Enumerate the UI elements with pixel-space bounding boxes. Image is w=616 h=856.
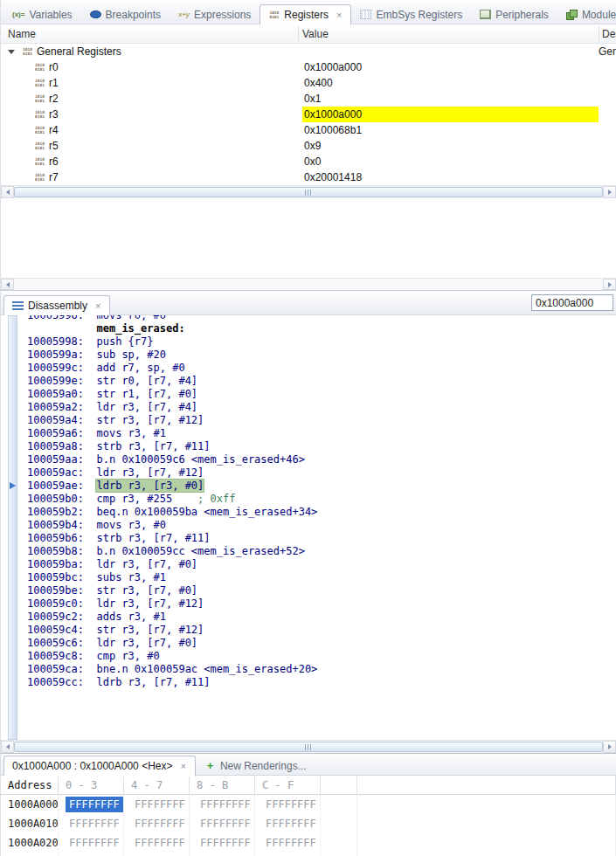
disasm-line[interactable]: 1000599e: str r0, [r7, #4] [27, 375, 616, 388]
expander-icon[interactable] [8, 50, 15, 54]
tab-new-renderings[interactable]: +New Renderings... [196, 755, 315, 776]
disasm-line[interactable]: 100059a8: strb r3, [r7, #11] [27, 440, 616, 453]
disasm-line[interactable]: 100059ae: ldrb r3, [r3, #0] [27, 480, 616, 493]
register-value-cell[interactable]: 0x20001418 [302, 169, 599, 185]
column-header-value[interactable]: Value [302, 28, 329, 40]
disasm-line[interactable]: 100059a0: str r1, [r7, #0] [27, 388, 616, 401]
memory-value-cell[interactable]: FFFFFFFF [124, 853, 190, 856]
memory-value-cell[interactable]: FFFFFFFF [124, 814, 190, 833]
disassembly-editor[interactable]: 10005996: movs r0, #0 mem_is_erased:1000… [1, 315, 616, 740]
tab-embsys-registers[interactable]: EmbSys Registers [351, 3, 471, 24]
tab-breakpoints[interactable]: Breakpoints [81, 3, 170, 24]
tab-0x1000a000-0x1000a000-hex[interactable]: 0x1000A000 : 0x1000A000 <Hex>× [3, 756, 196, 777]
disassembly-annotation-ruler[interactable] [8, 315, 17, 740]
memory-column-header[interactable]: 4 - 7 [124, 776, 190, 795]
memory-column-header[interactable]: Address [1, 776, 59, 795]
close-icon[interactable]: × [94, 300, 101, 311]
memory-value-cell[interactable]: FFFFFFFF [124, 795, 190, 814]
disasm-line[interactable]: 1000599c: add r7, sp, #0 [27, 362, 616, 375]
register-value-cell[interactable]: 0x9 [302, 138, 599, 154]
close-icon[interactable]: × [336, 10, 343, 20]
disasm-line[interactable]: 10005998: push {r7} [27, 335, 616, 349]
disasm-line[interactable]: 100059cc: ldrb r3, [r7, #11] [27, 676, 616, 689]
disasm-line[interactable]: 100059a6: movs r3, #1 [27, 427, 616, 440]
register-row[interactable]: r30x1000a000 [1, 107, 616, 122]
register-row[interactable]: r00x1000a000 [1, 59, 616, 75]
disassembly-address-input[interactable] [531, 294, 613, 311]
memory-column-header[interactable]: 0 - 3 [59, 776, 124, 795]
disasm-line[interactable]: 100059b0: cmp r3, #255 ; 0xff [27, 493, 616, 506]
register-group-row[interactable]: General RegistersGene [1, 44, 616, 59]
disasm-line[interactable]: 100059ca: bne.n 0x100059ac <mem_is_erase… [27, 663, 616, 676]
scroll-right-button[interactable] [603, 186, 616, 198]
disasm-line[interactable]: 100059c6: ldr r3, [r7, #0] [27, 637, 616, 650]
scrollbar-thumb[interactable] [14, 187, 603, 197]
column-separator[interactable] [599, 26, 599, 41]
memory-value-cell[interactable]: FFFFFFFF [255, 795, 321, 814]
disasm-line[interactable]: 100059c8: cmp r3, #0 [27, 650, 616, 663]
register-row[interactable]: r70x20001418 [1, 169, 616, 185]
register-row[interactable]: r60x0 [1, 154, 616, 169]
tab-expressions[interactable]: Expressions [170, 3, 260, 24]
register-value-cell[interactable]: 0x1 [302, 91, 599, 107]
disasm-line[interactable]: 100059c2: adds r3, #1 [27, 611, 616, 624]
memory-value-cell[interactable]: FFFFFFFF [59, 833, 124, 853]
tab-registers[interactable]: Registers× [260, 4, 351, 25]
register-group-name-cell: General Registers [1, 45, 302, 58]
scroll-left-button[interactable] [1, 741, 14, 753]
disasm-line[interactable]: 100059c0: ldr r3, [r7, #12] [27, 597, 616, 611]
register-value-cell[interactable]: 0x400 [302, 75, 599, 91]
memory-value-cell[interactable]: FFFFFFFF [59, 853, 124, 856]
memory-row: 1000A030FFFFFFFFFFFFFFFFFFFFFFFFFFFFFFFF [1, 853, 616, 856]
register-row[interactable]: r10x400 [1, 75, 616, 91]
disasm-line[interactable]: 100059bc: subs r3, #1 [27, 571, 616, 584]
memory-value-cell[interactable]: FFFFFFFF [190, 853, 255, 856]
disasm-line[interactable]: 100059ac: ldr r3, [r7, #12] [27, 466, 616, 480]
memory-value-cell[interactable]: FFFFFFFF [255, 853, 321, 856]
register-value-cell[interactable]: 0x100068b1 [302, 122, 599, 138]
disasm-line[interactable]: 1000599a: sub sp, #20 [27, 349, 616, 362]
memory-value-cell[interactable]: FFFFFFFF [255, 833, 321, 853]
memory-column-header[interactable]: 8 - B [190, 776, 255, 795]
scroll-right-button[interactable] [603, 741, 616, 753]
disasm-line[interactable]: 100059c4: str r3, [r7, #12] [27, 624, 616, 637]
disasm-line[interactable]: 100059ba: ldr r3, [r7, #0] [27, 558, 616, 571]
column-header-description[interactable]: Desc [602, 28, 616, 40]
register-row[interactable]: r50x9 [1, 138, 616, 154]
register-value-cell[interactable]: 0x1000a000 [302, 59, 599, 75]
disasm-line[interactable]: 100059be: str r3, [r7, #0] [27, 584, 616, 597]
register-value-cell[interactable]: 0x0 [302, 154, 599, 169]
scroll-left-button[interactable] [1, 279, 14, 290]
disasm-line[interactable]: mem_is_erased: [27, 322, 616, 335]
register-value-cell[interactable]: 0x1000a000 [302, 107, 599, 122]
close-icon[interactable]: × [179, 761, 186, 771]
disasm-line[interactable]: 100059b2: beq.n 0x100059ba <mem_is_erase… [27, 506, 616, 519]
column-header-name[interactable]: Name [8, 28, 36, 40]
memory-value-cell[interactable]: FFFFFFFF [190, 833, 255, 853]
register-row[interactable]: r20x1 [1, 91, 616, 107]
disasm-line[interactable]: 100059b8: b.n 0x100059cc <mem_is_erased+… [27, 545, 616, 558]
disasm-line[interactable]: 10005996: movs r0, #0 [27, 315, 616, 322]
memory-value-cell[interactable]: FFFFFFFF [59, 795, 124, 814]
memory-value-cell[interactable]: FFFFFFFF [190, 814, 255, 833]
scrollbar-thumb[interactable] [14, 742, 603, 752]
memory-value-cell[interactable]: FFFFFFFF [255, 814, 321, 833]
disasm-line[interactable]: 100059b4: movs r3, #0 [27, 519, 616, 532]
tab-peripherals[interactable]: Peripherals [471, 3, 557, 24]
disasm-line[interactable]: 100059a4: str r3, [r7, #12] [27, 414, 616, 427]
scrollbar-track[interactable] [14, 279, 603, 290]
column-separator[interactable] [298, 26, 299, 41]
memory-value-cell[interactable]: FFFFFFFF [59, 814, 124, 833]
register-row[interactable]: r40x100068b1 [1, 122, 616, 138]
memory-value-cell[interactable]: FFFFFFFF [190, 795, 255, 814]
memory-value-cell[interactable]: FFFFFFFF [124, 833, 190, 853]
tab-variables[interactable]: Variables [3, 3, 81, 24]
tab-modules[interactable]: Modules [557, 3, 616, 24]
disasm-line[interactable]: 100059a2: ldr r3, [r7, #4] [27, 401, 616, 414]
disasm-line[interactable]: 100059b6: strb r3, [r7, #11] [27, 532, 616, 545]
scroll-left-button[interactable] [1, 186, 14, 198]
tab-disassembly[interactable]: Disassembly × [3, 295, 110, 316]
scroll-right-button[interactable] [603, 279, 616, 290]
memory-column-header[interactable]: C - F [255, 776, 321, 795]
disasm-line[interactable]: 100059aa: b.n 0x100059c6 <mem_is_erased+… [27, 453, 616, 466]
